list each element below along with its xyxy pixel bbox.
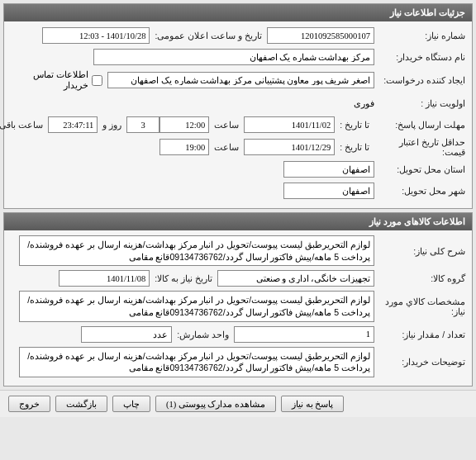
deadline-time-field[interactable] (159, 116, 209, 133)
label-announce: تاریخ و ساعت اعلان عمومی: (150, 31, 267, 40)
goods-info-header: اطلاعات کالاهای مورد نیاز (4, 213, 472, 230)
label-time-1: ساعت (209, 120, 244, 130)
need-info-body: شماره نیاز: تاریخ و ساعت اعلان عمومی: نا… (4, 21, 472, 208)
label-price-valid: حداقل تاریخ اعتبار قیمت: (374, 137, 465, 157)
label-priority: اولویت نیاز : (374, 98, 465, 108)
action-bar: پاسخ به نیاز مشاهده مدارک پیوستی (1) چاپ… (0, 390, 476, 417)
label-time-2: ساعت (209, 142, 244, 152)
qty-field[interactable] (234, 326, 374, 343)
need-date-field[interactable] (59, 270, 150, 287)
need-desc-field[interactable]: لوازم التحریرطبق لیست پیوست/تحویل در انب… (19, 235, 374, 266)
city-field[interactable] (283, 183, 374, 199)
back-button[interactable]: بازگشت (55, 396, 107, 412)
label-need-date: تاریخ نیاز به کالا: (150, 273, 217, 283)
unit-field[interactable] (81, 326, 172, 343)
label-requester: ایجاد کننده درخواست: (374, 75, 465, 85)
requester-field[interactable] (107, 72, 374, 88)
label-deadline: مهلت ارسال پاسخ: (374, 120, 465, 130)
need-info-panel: جزئیات اطلاعات نیاز شماره نیاز: تاریخ و … (3, 3, 473, 209)
label-remaining: ساعت باقی مانده (0, 120, 48, 130)
label-unit: واحد شمارش: (172, 330, 234, 339)
label-goods-spec: مشخصات كالاي مورد نياز: (374, 296, 465, 316)
label-days-and: روز و (98, 120, 126, 130)
goods-group-field[interactable] (217, 270, 374, 287)
reply-button[interactable]: پاسخ به نیاز (281, 396, 344, 412)
priority-value: فوری (354, 98, 374, 109)
label-need-no: شماره نیاز: (374, 31, 465, 40)
price-valid-time-field[interactable] (159, 139, 209, 155)
label-to-date-1: تا تاریخ : (335, 120, 374, 130)
announce-dt-field[interactable] (42, 27, 150, 44)
label-state: استان محل تحویل: (374, 164, 465, 174)
buyer-notes-field[interactable]: لوازم التحریرطبق لیست پیوست/تحویل در انب… (19, 347, 374, 377)
attachments-button[interactable]: مشاهده مدارک پیوستی (1) (155, 396, 276, 412)
contact-label: اطلاعات تماس خریدار (11, 69, 88, 91)
label-buyer-org: نام دستگاه خریدار: (374, 52, 465, 62)
label-city: شهر محل تحویل: (374, 186, 465, 196)
remain-days-field (126, 116, 159, 133)
label-buyer-notes: توضیحات خریدار: (374, 357, 465, 367)
label-goods-group: گروه کالا: (374, 273, 465, 283)
label-to-date-2: تا تاریخ : (335, 142, 374, 152)
print-button[interactable]: چاپ (112, 396, 150, 412)
goods-spec-field[interactable]: لوازم التحریرطبق لیست پیوست/تحویل در انب… (19, 291, 374, 321)
label-qty: تعداد / مقدار نیاز: (374, 330, 465, 339)
exit-button[interactable]: خروج (8, 396, 50, 412)
state-field[interactable] (283, 161, 374, 178)
goods-info-body: شرح کلی نیاز: لوازم التحریرطبق لیست پیوس… (4, 230, 472, 386)
buyer-org-field[interactable] (93, 49, 374, 65)
need-no-field[interactable] (267, 27, 374, 44)
deadline-date-field[interactable] (244, 116, 335, 133)
goods-info-panel: اطلاعات کالاهای مورد نیاز شرح کلی نیاز: … (3, 212, 473, 386)
price-valid-date-field[interactable] (244, 139, 335, 155)
need-info-header: جزئیات اطلاعات نیاز (4, 4, 472, 21)
remain-time-field (48, 116, 98, 133)
contact-checkbox[interactable] (92, 75, 102, 86)
label-need-desc: شرح کلی نیاز: (374, 246, 465, 256)
contact-checkbox-wrap[interactable]: اطلاعات تماس خریدار (11, 69, 102, 91)
